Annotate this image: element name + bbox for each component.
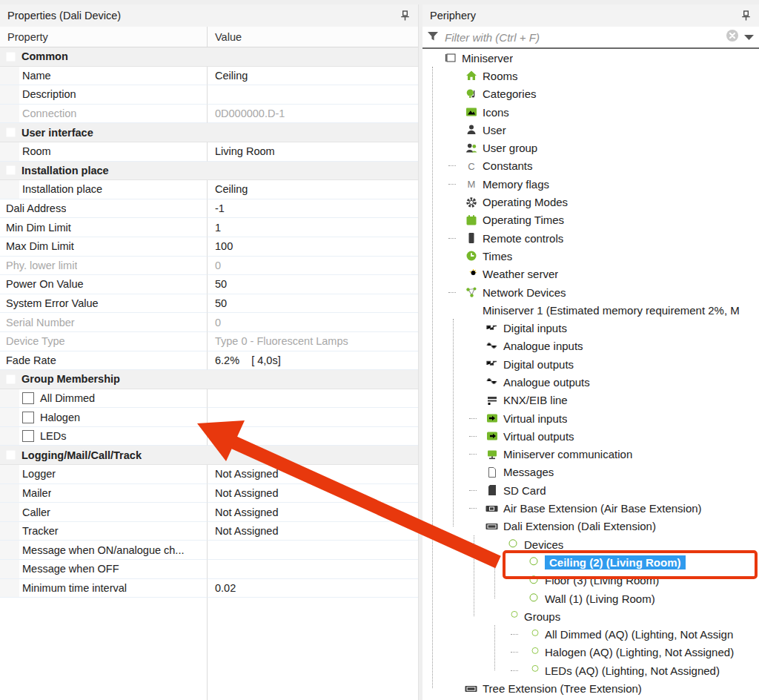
tree-item-leds[interactable]: NLEDs (AQ) (Lighting, Not Assigned) xyxy=(422,661,759,679)
tree-item-tree-extension[interactable]: TREETree Extension (Tree Extension) xyxy=(422,679,759,697)
property-value-cell[interactable] xyxy=(208,389,418,409)
collapse-minus-icon[interactable] xyxy=(6,165,16,175)
property-value-cell[interactable] xyxy=(208,541,418,560)
tree-item-operating-times[interactable]: Operating Times xyxy=(422,211,759,229)
expand-plus-icon[interactable] xyxy=(511,574,520,587)
expand-plus-icon[interactable] xyxy=(469,322,479,334)
tree-item-memory-flags[interactable]: MMemory flags xyxy=(422,175,759,193)
tree-item-digital-outputs[interactable]: Digital outputs xyxy=(422,355,759,373)
tree-item-times[interactable]: Times xyxy=(422,247,759,265)
tree-item-groups[interactable]: NGroups xyxy=(422,607,759,625)
property-value-cell[interactable]: 6.2% [ 4,0s] xyxy=(208,351,418,371)
tree-item-user-group[interactable]: User group xyxy=(422,139,759,156)
tree-item-miniserver-1[interactable]: Miniserver 1 (Estimated memory requireme… xyxy=(422,301,759,319)
chevron-down-icon[interactable] xyxy=(743,30,755,44)
expand-plus-icon[interactable] xyxy=(448,268,458,280)
property-value-cell[interactable]: Not Assigned xyxy=(208,484,418,503)
column-header-property[interactable]: Property xyxy=(0,27,208,47)
expand-plus-icon[interactable] xyxy=(448,196,458,208)
expand-plus-icon[interactable] xyxy=(448,70,458,82)
property-value-cell[interactable]: 50 xyxy=(208,294,418,314)
tree-item-virtual-inputs[interactable]: Virtual inputs xyxy=(422,409,759,427)
tree-item-weather-server[interactable]: Weather server xyxy=(422,265,759,283)
property-value-cell[interactable]: Living Room xyxy=(208,142,418,162)
expand-plus-icon[interactable] xyxy=(448,106,458,119)
tree-item-all-dimmed[interactable]: NAll Dimmed (AQ) (Lighting, Not Assign xyxy=(422,626,759,644)
expand-plus-icon[interactable] xyxy=(469,358,479,371)
tree-item-operating-modes[interactable]: Operating Modes xyxy=(422,193,759,211)
clear-circle-icon[interactable] xyxy=(726,29,739,45)
tree-item-floor[interactable]: NFloor (3) (Living Room) xyxy=(422,572,759,590)
tree-item-icons[interactable]: Icons xyxy=(422,103,759,121)
collapse-minus-icon[interactable] xyxy=(469,520,479,532)
property-value-cell[interactable]: 1 xyxy=(208,218,418,237)
checkbox-all-dimmed[interactable] xyxy=(22,392,34,404)
tree-item-knx-eib-line[interactable]: KNX/EIB line xyxy=(422,392,759,409)
expand-plus-icon[interactable] xyxy=(448,214,458,226)
tree-item-devices[interactable]: NDevices xyxy=(422,535,759,553)
property-value-cell[interactable]: -1 xyxy=(208,199,418,219)
expand-plus-icon[interactable] xyxy=(448,88,458,100)
expand-plus-icon[interactable] xyxy=(469,466,479,478)
collapse-minus-icon[interactable] xyxy=(6,128,16,137)
expand-plus-icon[interactable] xyxy=(469,340,479,352)
tree-item-virtual-outputs[interactable]: Virtual outputs xyxy=(422,427,759,445)
collapse-minus-icon[interactable] xyxy=(490,538,500,551)
collapse-minus-icon[interactable] xyxy=(428,52,437,65)
section-common[interactable]: Common xyxy=(0,47,418,67)
tree-item-rooms[interactable]: Rooms xyxy=(422,67,759,85)
property-value-cell[interactable] xyxy=(208,85,418,105)
collapse-minus-icon[interactable] xyxy=(6,52,16,62)
collapse-minus-icon[interactable] xyxy=(448,304,458,317)
expand-plus-icon[interactable] xyxy=(469,394,479,406)
property-value-cell[interactable]: 100 xyxy=(208,237,418,257)
tree-item-constants[interactable]: CConstants xyxy=(422,157,759,175)
tree-item-digital-inputs[interactable]: Digital inputs xyxy=(422,319,759,337)
section-installation-place[interactable]: Installation place xyxy=(0,162,418,181)
expand-plus-icon[interactable] xyxy=(511,556,520,569)
tree-item-miniserver-communication[interactable]: Miniserver communication xyxy=(422,446,759,463)
property-value-cell[interactable]: 50 xyxy=(208,275,418,294)
tree-item-analogue-inputs[interactable]: Analogue inputs xyxy=(422,337,759,355)
tree-item-miniserver[interactable]: Miniserver xyxy=(422,49,759,67)
property-value-cell[interactable]: 0 xyxy=(208,313,418,332)
tree-item-remote-controls[interactable]: Remote controls xyxy=(422,229,759,247)
checkbox-leds[interactable] xyxy=(22,430,34,442)
checkbox-halogen[interactable] xyxy=(22,412,34,423)
collapse-minus-icon[interactable] xyxy=(6,450,16,460)
property-value-cell[interactable]: Not Assigned xyxy=(208,522,418,541)
expand-plus-icon[interactable] xyxy=(448,124,458,136)
pin-icon[interactable] xyxy=(740,10,752,22)
property-value-cell[interactable] xyxy=(208,427,418,446)
property-value-cell[interactable] xyxy=(208,560,418,579)
expand-plus-icon[interactable] xyxy=(448,682,458,695)
property-value-cell[interactable]: Not Assigned xyxy=(208,465,418,484)
section-group-membership[interactable]: Group Membership xyxy=(0,370,418,389)
tree-item-network-devices[interactable]: Network Devices xyxy=(422,283,759,301)
property-value-cell[interactable]: Ceiling xyxy=(208,67,418,86)
section-logging-mail-call-track[interactable]: Logging/Mail/Call/Track xyxy=(0,446,418,465)
filter-input[interactable] xyxy=(443,30,721,44)
expand-plus-icon[interactable] xyxy=(511,592,520,605)
tree-item-ceiling[interactable]: NCeiling (2) (Living Room) xyxy=(422,553,759,571)
tree-item-user[interactable]: User xyxy=(422,121,759,139)
tree-item-analogue-outputs[interactable]: Analogue outputs xyxy=(422,373,759,391)
expand-plus-icon[interactable] xyxy=(469,376,479,389)
tree-item-halogen[interactable]: NHalogen (AQ) (Lighting, Not Assigned) xyxy=(422,644,759,661)
tree-item-air-base-extension[interactable]: AAir Base Extension (Air Base Extension) xyxy=(422,499,759,517)
tree-item-dali-extension[interactable]: DALIDali Extension (Dali Extension) xyxy=(422,518,759,535)
collapse-minus-icon[interactable] xyxy=(6,374,16,384)
tree-item-messages[interactable]: LOGMessages xyxy=(422,463,759,481)
property-value-cell[interactable] xyxy=(208,408,418,427)
tree-item-wall[interactable]: NWall (1) (Living Room) xyxy=(422,590,759,607)
column-header-value[interactable]: Value xyxy=(208,27,418,47)
pin-icon[interactable] xyxy=(399,10,411,22)
property-value-cell[interactable]: 0 xyxy=(208,257,418,276)
tree-item-sd-card[interactable]: SD Card xyxy=(422,481,759,499)
collapse-minus-icon[interactable] xyxy=(490,610,500,623)
property-value-cell[interactable]: 0.02 xyxy=(208,579,418,598)
expand-plus-icon[interactable] xyxy=(448,142,458,154)
property-value-cell[interactable]: Type 0 - Fluorescent Lamps xyxy=(208,332,418,351)
section-user-interface[interactable]: User interface xyxy=(0,123,418,142)
tree-item-categories[interactable]: Categories xyxy=(422,85,759,103)
